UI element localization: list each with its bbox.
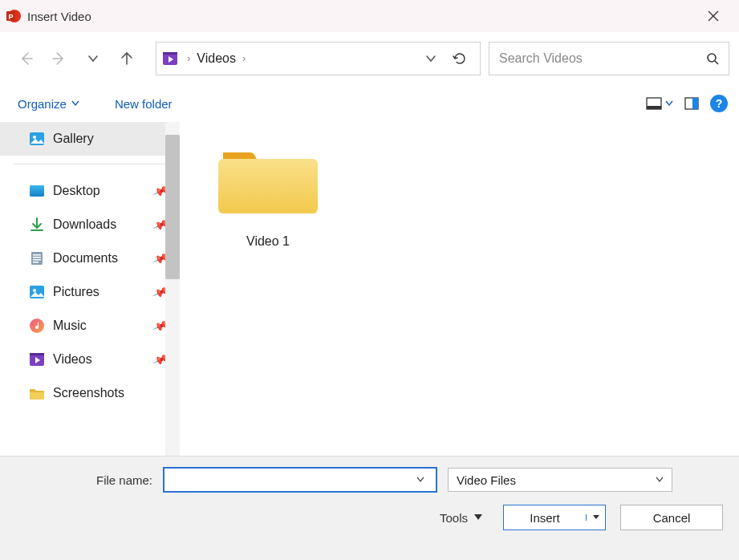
documents-icon xyxy=(29,250,45,266)
refresh-button[interactable] xyxy=(445,51,475,66)
pictures-icon xyxy=(29,284,45,300)
help-button[interactable]: ? xyxy=(710,95,728,112)
organize-label: Organize xyxy=(18,97,67,111)
view-mode-button[interactable] xyxy=(646,97,673,110)
new-folder-label: New folder xyxy=(115,97,173,111)
navigation-bar: › Videos › xyxy=(0,32,739,85)
preview-pane-icon xyxy=(684,97,699,110)
breadcrumb-current[interactable]: Videos xyxy=(195,51,238,66)
videos-icon xyxy=(29,351,45,367)
sidebar-item-label: Screenshots xyxy=(53,386,124,400)
bottom-panel: File name: Video Files Tools Insert xyxy=(0,456,739,560)
chevron-down-icon xyxy=(593,514,599,521)
svg-rect-15 xyxy=(31,252,43,265)
search-box[interactable] xyxy=(489,42,729,75)
svg-text:P: P xyxy=(8,13,13,21)
sidebar-item-documents[interactable]: Documents 📌 xyxy=(0,241,180,275)
svg-rect-19 xyxy=(33,262,39,263)
insert-label: Insert xyxy=(504,511,586,525)
search-icon[interactable] xyxy=(706,52,719,65)
sidebar-item-label: Gallery xyxy=(53,132,94,146)
filename-combobox[interactable] xyxy=(164,468,436,492)
folder-icon xyxy=(29,385,45,401)
content-item-label: Video 1 xyxy=(246,234,290,249)
svg-point-22 xyxy=(30,319,44,333)
sidebar-item-screenshots[interactable]: Screenshots xyxy=(0,376,180,410)
chevron-right-icon[interactable]: › xyxy=(182,52,195,64)
tools-button[interactable]: Tools xyxy=(440,511,482,525)
svg-rect-8 xyxy=(647,106,661,109)
svg-point-12 xyxy=(33,136,36,139)
address-bar[interactable]: › Videos › xyxy=(156,42,481,75)
svg-rect-14 xyxy=(30,185,44,197)
content-item-folder[interactable]: Video 1 xyxy=(204,140,332,249)
window-title: Insert Video xyxy=(27,10,91,23)
close-icon xyxy=(708,10,719,22)
chevron-down-icon xyxy=(474,513,482,521)
music-icon xyxy=(29,318,45,334)
sidebar-item-label: Music xyxy=(53,319,87,333)
svg-point-21 xyxy=(33,289,36,292)
back-button[interactable] xyxy=(10,43,42,75)
sidebar-item-gallery[interactable]: Gallery xyxy=(0,122,180,156)
scrollbar-thumb[interactable] xyxy=(165,135,180,279)
tools-label: Tools xyxy=(440,511,468,525)
command-bar: Organize New folder ? xyxy=(0,85,739,122)
sidebar-item-label: Documents xyxy=(53,251,118,266)
file-type-filter[interactable]: Video Files xyxy=(448,468,672,492)
new-folder-button[interactable]: New folder xyxy=(108,92,179,116)
sidebar-item-label: Videos xyxy=(53,352,92,367)
up-button[interactable] xyxy=(111,43,143,75)
content-area[interactable]: Video 1 xyxy=(180,122,739,456)
preview-pane-button[interactable] xyxy=(684,97,699,110)
close-button[interactable] xyxy=(696,0,731,32)
view-icon xyxy=(646,97,662,110)
svg-rect-16 xyxy=(33,254,41,256)
recent-locations-button[interactable] xyxy=(77,43,109,75)
sidebar-item-label: Desktop xyxy=(53,184,100,198)
sidebar-item-music[interactable]: Music 📌 xyxy=(0,309,180,343)
cancel-button[interactable]: Cancel xyxy=(620,505,723,530)
sidebar-item-desktop[interactable]: Desktop 📌 xyxy=(0,174,180,208)
svg-rect-24 xyxy=(30,353,44,355)
filename-dropdown[interactable] xyxy=(416,476,436,484)
sidebar-item-videos[interactable]: Videos 📌 xyxy=(0,343,180,376)
filename-label: File name: xyxy=(48,473,152,487)
sidebar: Gallery Desktop 📌 Downloads 📌 Documents … xyxy=(0,122,180,456)
cancel-label: Cancel xyxy=(653,511,691,525)
sidebar-item-label: Downloads xyxy=(53,217,116,232)
powerpoint-icon: P xyxy=(6,9,21,23)
filename-input[interactable] xyxy=(164,473,416,486)
sidebar-item-downloads[interactable]: Downloads 📌 xyxy=(0,208,180,241)
chevron-down-icon xyxy=(665,99,673,108)
organize-button[interactable]: Organize xyxy=(11,92,86,116)
svg-rect-4 xyxy=(163,52,177,55)
title-bar: P Insert Video xyxy=(0,0,739,32)
downloads-icon xyxy=(29,217,45,233)
forward-button[interactable] xyxy=(43,43,75,75)
chevron-right-icon[interactable]: › xyxy=(238,52,250,64)
folder-icon xyxy=(217,140,319,220)
svg-point-6 xyxy=(708,54,716,62)
chevron-down-icon xyxy=(71,99,79,108)
sidebar-item-label: Pictures xyxy=(53,285,99,299)
search-input[interactable] xyxy=(499,51,706,66)
gallery-icon xyxy=(29,131,45,147)
insert-split-button[interactable] xyxy=(586,514,605,521)
insert-button[interactable]: Insert xyxy=(503,505,606,530)
sidebar-separator xyxy=(13,164,167,164)
desktop-icon xyxy=(29,183,45,199)
filter-label: Video Files xyxy=(457,473,516,487)
sidebar-item-pictures[interactable]: Pictures 📌 xyxy=(0,275,180,309)
svg-rect-17 xyxy=(33,257,41,258)
svg-rect-18 xyxy=(33,259,41,261)
main-area: Gallery Desktop 📌 Downloads 📌 Documents … xyxy=(0,122,739,456)
videos-folder-icon xyxy=(161,50,179,67)
chevron-down-icon xyxy=(656,476,664,484)
address-dropdown[interactable] xyxy=(417,53,445,64)
svg-rect-10 xyxy=(692,98,698,109)
